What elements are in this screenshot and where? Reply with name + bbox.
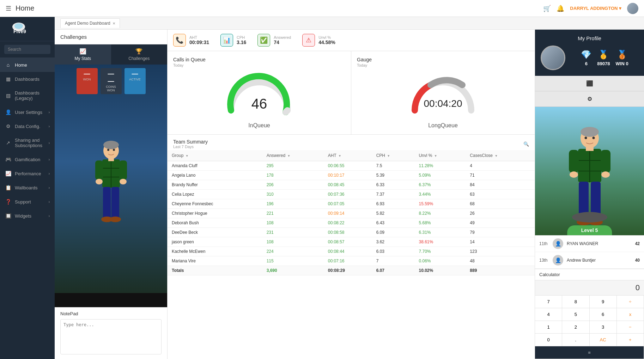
- calc-btn-0[interactable]: 0: [535, 334, 562, 346]
- calc-btn-[interactable]: +: [617, 334, 644, 346]
- coins-value: — —: [105, 70, 117, 85]
- svg-rect-11: [95, 160, 103, 180]
- svg-point-14: [120, 179, 127, 184]
- left-panel: Challenges 📈 My Stats 🏆 Challenges: [55, 30, 168, 359]
- cart-icon[interactable]: 🛒: [543, 5, 551, 12]
- widgets-icon: 🔲: [5, 213, 11, 219]
- sidebar-item-widgets[interactable]: 🔲 Widgets ›: [0, 209, 55, 223]
- profile-badge-win: 🥉 WIN 0: [616, 50, 628, 66]
- col-unvl: Unvl % ▼: [414, 150, 466, 161]
- support-icon: ❓: [5, 199, 11, 205]
- sidebar-item-label: Performance: [15, 171, 45, 176]
- calc-btn-[interactable]: .: [562, 334, 589, 346]
- calc-btn-4[interactable]: 4: [535, 308, 562, 321]
- cell-cases: 14: [466, 237, 535, 247]
- cell-cph: 6.09: [372, 228, 415, 237]
- cell-aht: 00:08:57: [324, 237, 372, 247]
- cell-answered: 295: [262, 161, 324, 171]
- notepad-input[interactable]: [60, 319, 162, 354]
- team-summary-title-area: Team Summary Last 7 Days: [173, 139, 208, 149]
- profile-avatar: [541, 45, 565, 70]
- col-cases: CasesClose ▼: [466, 150, 535, 161]
- user-name[interactable]: DARRYL ADDINGTON ▾: [570, 6, 621, 11]
- cell-name: jason green: [168, 237, 262, 247]
- calc-btn-AC[interactable]: AC: [590, 334, 617, 346]
- profile-ctrl-button-1[interactable]: ⬛: [535, 76, 644, 91]
- calls-in-queue-title: Calls in Queue: [173, 57, 345, 62]
- col-answered: Answered ▼: [262, 150, 324, 161]
- search-icon[interactable]: 🔍: [523, 141, 529, 147]
- bell-icon[interactable]: 🔔: [557, 5, 564, 12]
- table-row: Cheyenne Fonnesbec 196 00:07:05 6.93 15.…: [168, 199, 535, 209]
- tab-challenges[interactable]: 🏆 Challenges: [111, 44, 168, 65]
- sidebar-item-label: Sharing and Subscriptions: [15, 138, 45, 148]
- badge-count-gold: 89078: [597, 61, 610, 66]
- sidebar-item-dashboards-legacy[interactable]: ▧ Dashboards (Legacy): [0, 86, 55, 105]
- profile-ctrl-button-2[interactable]: ⚙: [535, 91, 644, 107]
- cell-cph: 6.33: [372, 180, 415, 190]
- longqueue-label: LongQueue: [428, 122, 458, 129]
- cell-name: Celia Lopez: [168, 190, 262, 199]
- sidebar-item-label: Wallboards: [15, 185, 45, 190]
- gauges-row: Calls in Queue Today 46: [168, 51, 535, 135]
- calc-btn-5[interactable]: 5: [562, 308, 589, 321]
- calc-btn-[interactable]: =: [535, 346, 644, 359]
- cell-answered: 206: [262, 180, 324, 190]
- svg-rect-15: [103, 187, 111, 219]
- calc-btn-2[interactable]: 2: [562, 321, 589, 334]
- sidebar-item-gamification[interactable]: 🎮 Gamification ›: [0, 152, 55, 166]
- sidebar-item-wallboards[interactable]: 📋 Wallboards ›: [0, 181, 55, 195]
- cell-unvl: 6.37%: [414, 180, 466, 190]
- svg-rect-30: [569, 150, 579, 173]
- sidebar: Five9 ⌂ Home ▦ Dashboards ▧ Dashboards (…: [0, 17, 55, 359]
- sidebar-search-container: [0, 41, 55, 58]
- tab-my-stats[interactable]: 📈 My Stats: [55, 44, 111, 65]
- calc-btn-7[interactable]: 7: [535, 296, 562, 308]
- cell-answered: 231: [262, 228, 324, 237]
- cell-answered: 221: [262, 209, 324, 218]
- calc-btn-8[interactable]: 8: [562, 296, 589, 308]
- search-input[interactable]: [4, 45, 50, 54]
- cell-aht: 00:08:22: [324, 218, 372, 228]
- stat-info-cph: CPH 3.16: [237, 35, 246, 45]
- svg-point-13: [96, 179, 103, 184]
- level-badge: Level 5: [567, 225, 612, 235]
- sidebar-item-user-settings[interactable]: 👤 User Settings ›: [0, 105, 55, 119]
- cell-cph: 6.03: [372, 247, 415, 256]
- cell-aht: 00:08:58: [324, 228, 372, 237]
- sidebar-item-support[interactable]: ❓ Support ›: [0, 195, 55, 209]
- profile-badge-diamond: 💎 6: [581, 50, 591, 66]
- cell-cph: 7.5: [372, 161, 415, 171]
- calc-btn-3[interactable]: 3: [590, 321, 617, 334]
- avatar[interactable]: [627, 3, 638, 14]
- sidebar-item-data-config[interactable]: ⚙ Data Config. ›: [0, 119, 55, 133]
- calc-btn-x[interactable]: x: [617, 308, 644, 321]
- aht-value: 00:09:31: [189, 39, 209, 45]
- avatar-area: — WON — — COINS WON — ACTIVE: [55, 65, 167, 307]
- cell-answered: 310: [262, 190, 324, 199]
- stat-box-active: — ACTIVE: [124, 68, 146, 94]
- sidebar-item-label: User Settings: [15, 110, 45, 115]
- cell-unvl: 5.68%: [414, 218, 466, 228]
- sidebar-item-performance[interactable]: 📈 Performance ›: [0, 166, 55, 181]
- sidebar-item-dashboards[interactable]: ▦ Dashboards: [0, 72, 55, 86]
- performance-icon: 📈: [5, 171, 11, 176]
- tab-close-button[interactable]: ✕: [113, 22, 115, 25]
- sidebar-item-home[interactable]: ⌂ Home: [0, 58, 55, 72]
- leaderboard-row-13: 13th 👤 Andrew Buntjer 40: [535, 252, 644, 269]
- calc-btn-1[interactable]: 1: [535, 321, 562, 334]
- home-icon: ⌂: [5, 62, 11, 68]
- calc-btn-[interactable]: ÷: [617, 296, 644, 308]
- calc-btn-[interactable]: −: [617, 321, 644, 334]
- col-group: Group ▼: [168, 150, 262, 161]
- table-container[interactable]: Group ▼ Answered ▼ AHT ▼ CPH ▼ Unvl % ▼ …: [168, 150, 535, 359]
- menu-icon[interactable]: ☰: [6, 5, 11, 12]
- tab-agent-demo[interactable]: Agent Demo Dashboard ✕: [60, 18, 120, 28]
- calc-btn-6[interactable]: 6: [590, 308, 617, 321]
- cell-cases: 84: [466, 180, 535, 190]
- table-row: Deborah Bush 108 00:08:22 6.43 5.68% 49: [168, 218, 535, 228]
- logo-image: Five9: [12, 23, 43, 35]
- calc-btn-9[interactable]: 9: [590, 296, 617, 308]
- dashboards-icon: ▦: [5, 76, 11, 82]
- sidebar-item-sharing[interactable]: ↗ Sharing and Subscriptions ›: [0, 133, 55, 152]
